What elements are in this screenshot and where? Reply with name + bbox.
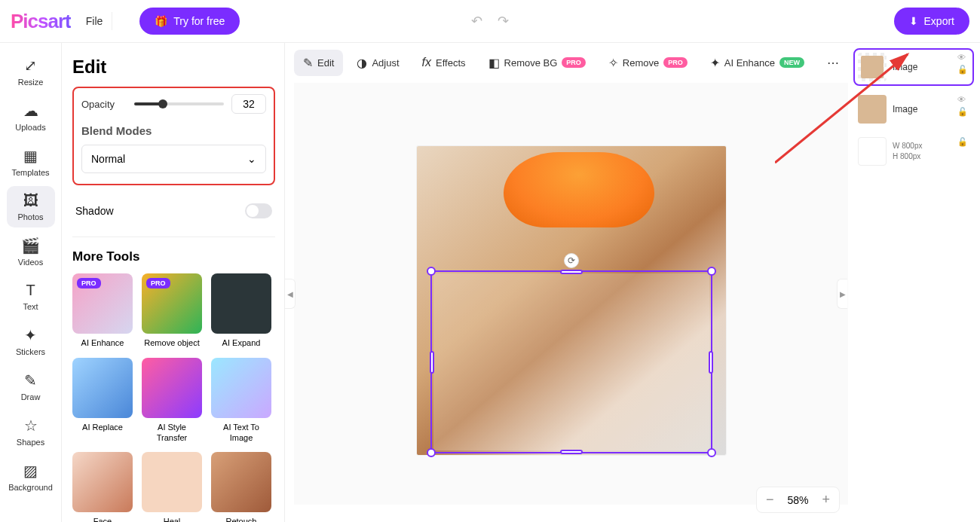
pro-badge: PRO (77, 278, 101, 288)
toolbar-ai-enhance[interactable]: ✦AI EnhanceNEW (701, 50, 813, 76)
shadow-toggle[interactable] (245, 203, 272, 218)
canvas-layer[interactable]: W 800px H 800px 🔓 (853, 133, 974, 170)
rail-label: Photos (17, 212, 43, 221)
pro-badge: PRO (663, 57, 688, 68)
lock-icon[interactable]: 🔓 (957, 137, 968, 147)
rail-uploads[interactable]: ☁Uploads (7, 96, 55, 138)
tool-label: Remove object (144, 338, 199, 349)
toolbar-remove[interactable]: ✧RemovePRO (599, 50, 697, 76)
height-label: H (893, 152, 898, 160)
tool-ai-style-transfer[interactable]: AI Style Transfer (142, 358, 202, 444)
rail-text[interactable]: TText (7, 276, 55, 317)
rail-videos[interactable]: 🎬Videos (7, 230, 55, 273)
redo-icon[interactable]: ↷ (498, 13, 509, 29)
width-value: 800px (902, 142, 922, 150)
tool-ai-enhance[interactable]: PROAI Enhance (72, 273, 133, 349)
collapse-right-panel[interactable]: ▶ (837, 279, 847, 309)
blend-mode-value: Normal (91, 153, 125, 165)
text-icon: T (26, 282, 35, 299)
layers-panel: Image 👁🔓 Image 👁🔓 W 800px H 800px 🔓 (853, 48, 974, 175)
lock-icon[interactable]: 🔓 (957, 65, 968, 75)
rail-label: Templates (11, 168, 49, 177)
templates-icon: ▦ (23, 147, 38, 165)
tool-ai-expand[interactable]: AI Expand (211, 273, 271, 349)
divider (72, 237, 275, 237)
toolbar-label: Adjust (372, 57, 399, 69)
toolbar-label: Effects (436, 57, 466, 69)
rail-draw[interactable]: ✎Draw (7, 365, 55, 408)
resize-handle-bl[interactable] (427, 448, 436, 457)
logo[interactable]: Picsart (11, 10, 71, 33)
rail-photos[interactable]: 🖼Photos (7, 186, 55, 227)
selection-box[interactable]: ⟳ (430, 270, 712, 453)
tool-remove-object[interactable]: PRORemove object (142, 273, 202, 349)
pro-badge: PRO (146, 278, 170, 288)
zoom-out-button[interactable]: − (766, 492, 774, 508)
blend-mode-select[interactable]: Normal ⌄ (81, 145, 266, 173)
rail-label: Background (8, 483, 53, 492)
file-menu[interactable]: File (86, 15, 103, 27)
upload-icon: ☁ (23, 102, 38, 120)
download-icon: ⬇ (909, 15, 918, 27)
rail-stickers[interactable]: ✦Stickers (7, 320, 55, 362)
layer-item-2[interactable]: Image 👁🔓 (853, 90, 974, 128)
shapes-icon: ☆ (24, 417, 38, 435)
panel-title: Edit (72, 56, 275, 78)
layer-item-1[interactable]: Image 👁🔓 (853, 48, 974, 86)
visibility-icon[interactable]: 👁 (957, 95, 968, 104)
width-label: W (893, 142, 899, 150)
resize-handle-br[interactable] (707, 448, 716, 457)
tool-heal[interactable]: Heal (142, 452, 202, 522)
rail-shapes[interactable]: ☆Shapes (7, 411, 55, 453)
tool-face[interactable]: Face (72, 452, 133, 522)
zoom-value[interactable]: 58% (787, 494, 808, 506)
rotate-handle-icon[interactable]: ⟳ (564, 253, 579, 268)
layer-name: Image (893, 62, 917, 72)
tool-label: AI Expand (222, 338, 261, 349)
resize-handle-right[interactable] (709, 351, 713, 374)
effects-icon: fx (422, 56, 431, 69)
resize-handle-top[interactable] (560, 270, 583, 274)
rail-label: Draw (21, 392, 41, 401)
tool-label: AI Enhance (81, 338, 124, 349)
tool-label: AI Style Transfer (142, 423, 202, 444)
photos-icon: 🖼 (23, 192, 38, 209)
try-free-button[interactable]: 🎁 Try for free (139, 8, 240, 35)
opacity-value-input[interactable]: 32 (231, 94, 266, 114)
rail-background[interactable]: ▨Background (7, 456, 55, 498)
toolbar-effects[interactable]: fxEffects (413, 50, 475, 75)
opacity-slider[interactable] (134, 102, 224, 105)
resize-handle-tr[interactable] (707, 267, 716, 276)
tool-ai-replace[interactable]: AI Replace (72, 358, 133, 444)
undo-icon[interactable]: ↶ (471, 13, 482, 29)
canvas-image[interactable]: ⟳ (417, 146, 726, 455)
top-toolbar: ✎Edit ◑Adjust fxEffects ◧Remove BGPRO ✧R… (294, 49, 848, 76)
remove-bg-icon: ◧ (488, 56, 500, 70)
visibility-icon[interactable]: 👁 (957, 53, 968, 62)
toolbar-more[interactable]: ⋯ (818, 50, 848, 76)
toolbar-edit[interactable]: ✎Edit (294, 50, 343, 76)
blend-modes-label: Blend Modes (81, 124, 266, 137)
chevron-down-icon: ⌄ (247, 153, 256, 165)
export-button[interactable]: ⬇ Export (894, 8, 969, 35)
tool-retouch[interactable]: Retouch (211, 452, 271, 522)
videos-icon: 🎬 (21, 237, 40, 255)
zoom-in-button[interactable]: + (822, 492, 830, 508)
resize-handle-tl[interactable] (427, 267, 436, 276)
edit-icon: ✎ (303, 56, 313, 70)
rail-label: Resize (18, 78, 44, 87)
collapse-left-panel[interactable]: ◀ (285, 279, 296, 309)
toolbar-adjust[interactable]: ◑Adjust (348, 50, 408, 76)
resize-handle-left[interactable] (430, 351, 434, 374)
toolbar-remove-bg[interactable]: ◧Remove BGPRO (479, 50, 595, 76)
canvas-area[interactable]: ⟳ (294, 83, 848, 505)
toolbar-label: Edit (317, 57, 334, 69)
opacity-label: Opacity (81, 99, 127, 110)
rail-resize[interactable]: ⤢Resize (7, 50, 55, 93)
rail-templates[interactable]: ▦Templates (7, 141, 55, 183)
rail-label: Text (23, 302, 38, 311)
zoom-control: − 58% + (756, 487, 840, 513)
resize-handle-bottom[interactable] (560, 450, 583, 454)
lock-icon[interactable]: 🔓 (957, 107, 968, 117)
tool-ai-text-to-image[interactable]: AI Text To Image (211, 358, 271, 444)
